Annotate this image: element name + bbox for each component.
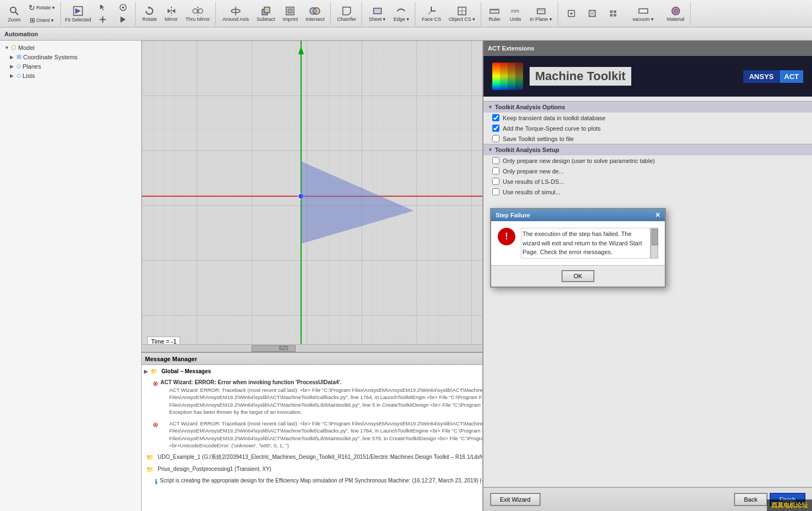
tree-item-model[interactable]: ▼ ⬡ Model (2, 43, 139, 52)
dialog-error-icon: ! (498, 228, 515, 245)
watermark: 西莫电机论坛 (767, 499, 812, 511)
vacuum-icon (638, 5, 649, 16)
vacuum-btn[interactable]: vacuum ▾ (624, 2, 663, 26)
svg-line-24 (429, 11, 431, 14)
thru-mirror-btn[interactable]: Thru Mirror (182, 2, 214, 26)
snap1-btn[interactable] (561, 8, 581, 19)
step-failure-dialog: Step Failure ✕ ! The execution of the st… (490, 208, 666, 288)
select1-btn[interactable] (93, 2, 113, 13)
sheet-edge-group: Sheet ▾ Edge ▾ (363, 2, 415, 26)
content-area: Time = -1 620 Message Manager — 📌 ▶ (142, 41, 812, 511)
intersect-btn[interactable]: Intersect (302, 2, 328, 26)
ruler-btn[interactable]: Ruler (485, 2, 504, 26)
zoom-group: Zoom ↻ Rotate ▾ ⊞ Orient ▾ (2, 2, 61, 26)
sheet-btn[interactable]: Sheet ▾ (365, 2, 389, 26)
edge-btn[interactable]: Edge ▾ (390, 2, 413, 26)
dialog-title: Step Failure (496, 212, 530, 218)
vacuum-label: vacuum ▾ (632, 16, 654, 22)
around-axis-btn[interactable]: Around Axis (219, 2, 252, 26)
sheet-label: Sheet ▾ (369, 16, 386, 22)
material-icon (670, 5, 681, 16)
zoom-btn[interactable]: Zoom (4, 2, 24, 26)
only-prepare-new-checkbox[interactable] (492, 167, 499, 175)
snap2-icon (588, 9, 597, 18)
svg-point-37 (570, 13, 572, 15)
svg-line-1 (15, 12, 18, 15)
material-label: Material (667, 16, 685, 22)
svg-rect-41 (610, 10, 613, 13)
error2-icon: ⊗ (153, 420, 158, 430)
select2-btn[interactable] (113, 2, 133, 13)
select3-btn[interactable] (93, 14, 113, 25)
dialog-close-icon[interactable]: ✕ (655, 211, 660, 219)
units-btn[interactable]: mm Units (505, 2, 525, 26)
expand-coord-icon: ▶ (10, 54, 16, 60)
thru-mirror-icon (192, 5, 203, 16)
snap3-icon (609, 9, 618, 18)
automation-bar: Automation (0, 27, 812, 41)
option-use-results-simul: Use results of simul... (483, 187, 812, 197)
dialog-scroll-container: The execution of the step has failed. Th… (521, 228, 658, 259)
exit-wizard-button[interactable]: Exit Wizard (490, 493, 541, 506)
subtract-icon (260, 5, 271, 16)
viewport-scrollthumb-h[interactable] (252, 345, 296, 352)
sidebar-tree: ▼ ⬡ Model ▶ ⊞ Coordinate Systems ▶ ◇ Pla… (0, 41, 141, 511)
ruler-label: Ruler (489, 16, 501, 22)
fit-selected-btn[interactable]: Fit Selected (64, 2, 92, 26)
back-button[interactable]: Back (734, 493, 767, 506)
ansys-badge: ANSYS (743, 70, 779, 83)
global-folder-icon: 📁 (151, 368, 157, 375)
face-cs-btn[interactable]: Face CS (419, 2, 444, 26)
orient-btn[interactable]: ⊞ Orient ▾ (25, 15, 58, 26)
dialog-scrollbar-thumb[interactable] (652, 229, 658, 245)
material-btn[interactable]: Material (664, 2, 688, 26)
face-cs-group: Face CS Object CS ▾ (416, 2, 482, 26)
save-settings-checkbox[interactable] (492, 135, 499, 142)
snap1-icon (567, 9, 576, 18)
keep-transient-checkbox[interactable] (492, 114, 499, 121)
cross-icon (98, 15, 107, 24)
tree-item-lists[interactable]: ▶ ◇ Lists (2, 71, 139, 80)
dialog-titlebar: Step Failure ✕ (491, 209, 665, 221)
face-cs-label: Face CS (422, 16, 441, 22)
svg-marker-7 (120, 16, 125, 23)
play-icon (119, 15, 127, 24)
dialog-message-text: The execution of the step has failed. Th… (521, 228, 650, 258)
rotate-btn[interactable]: ↻ Rotate ▾ (25, 2, 58, 14)
act-panel: ACT Extensions (482, 41, 812, 511)
watermark-text: 西莫电机论坛 (771, 502, 808, 508)
dialog-footer: OK (491, 265, 665, 287)
add-torque-speed-checkbox[interactable] (492, 125, 499, 132)
tree-item-coord-systems[interactable]: ▶ ⊞ Coordinate Systems (2, 52, 139, 61)
dialog-scroll[interactable]: The execution of the step has failed. Th… (521, 228, 650, 259)
planes-label: Planes (23, 63, 41, 70)
svg-rect-34 (537, 9, 545, 14)
snap2-btn[interactable] (582, 8, 602, 19)
only-prepare-new-design-checkbox[interactable] (492, 157, 499, 164)
mirror-btn[interactable]: Mirror (162, 2, 181, 26)
tree-item-planes[interactable]: ▶ ◇ Planes (2, 61, 139, 71)
svg-rect-28 (490, 9, 499, 13)
zoom-label: Zoom (8, 17, 20, 23)
svg-rect-44 (614, 14, 616, 16)
object-cs-btn[interactable]: Object CS ▾ (446, 2, 479, 26)
svg-rect-16 (264, 7, 270, 13)
rotate2-btn[interactable]: Rotate (139, 2, 160, 26)
use-results-simul-checkbox[interactable] (492, 188, 499, 195)
main-layout: ▼ ⬡ Model ▶ ⊞ Coordinate Systems ▶ ◇ Pla… (0, 41, 812, 511)
use-results-ls-ds-checkbox[interactable] (492, 178, 499, 185)
dialog-scrollbar[interactable] (650, 228, 658, 259)
dialog-ok-button[interactable]: OK (561, 270, 594, 282)
svg-rect-43 (610, 14, 613, 16)
ruler-icon (489, 5, 500, 16)
svg-point-11 (193, 9, 197, 13)
inplane-btn[interactable]: In Plane ▾ (526, 2, 555, 26)
svg-rect-60 (515, 63, 523, 90)
chamfer-btn[interactable]: Chamfer (334, 2, 360, 26)
subtract-btn[interactable]: Subtract (253, 2, 279, 26)
snap3-btn[interactable] (603, 8, 623, 19)
imprint-btn[interactable]: Imprint (280, 2, 302, 26)
svg-rect-21 (374, 8, 381, 14)
select4-btn[interactable] (113, 14, 133, 25)
model-icon: ⬡ (11, 44, 16, 51)
